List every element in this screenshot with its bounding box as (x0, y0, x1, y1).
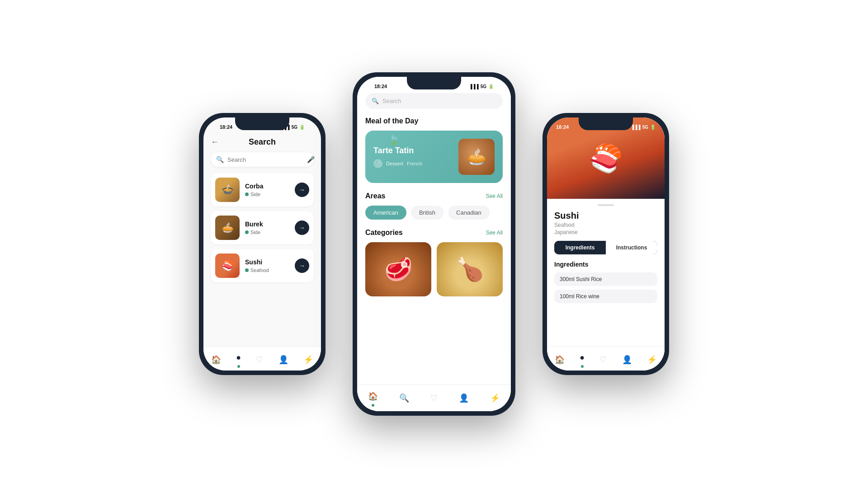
categories-header: Categories See All (365, 229, 503, 237)
food-image-sushi: 🍣 (215, 253, 240, 278)
search-icon: 🔍 (372, 98, 379, 104)
area-chip-british[interactable]: British (411, 206, 443, 220)
tab-instructions[interactable]: Instructions (606, 241, 657, 254)
microphone-icon[interactable]: 🎤 (307, 156, 315, 163)
phone-notch (407, 77, 461, 89)
status-time: 18:24 (374, 84, 387, 89)
meal-name: Tarte Tatin (373, 146, 453, 155)
tag-dot (245, 268, 249, 272)
bottom-navigation: 🏠 ● ♡ 👤 ⚡ (203, 346, 321, 371)
areas-see-all[interactable]: See All (486, 193, 503, 199)
meal-image: 🥧 (458, 139, 495, 175)
food-list: 🍲 Corba Side → 🥧 Burek (211, 173, 314, 282)
status-time: 18:24 (220, 124, 232, 130)
phone-home-screen: 18:24 ▐▐▐ 5G 🔋 🔍 Search Meal of the Day … (353, 72, 515, 416)
ingredients-section-title: Ingredients (554, 261, 657, 268)
areas-row: American British Canadian (365, 206, 503, 220)
meal-of-day-card[interactable]: 🍃 Tarte Tatin 🍴 Dessert French 🥧 (365, 131, 503, 183)
food-name: Burek (245, 221, 289, 228)
nav-search-icon[interactable]: 🔍 (397, 391, 411, 405)
search-header: ← Search (211, 134, 314, 152)
nav-settings-icon[interactable]: ⚡ (645, 353, 659, 366)
food-tag: Side (245, 230, 289, 235)
nav-settings-icon[interactable]: ⚡ (488, 391, 502, 405)
food-tag: Side (245, 192, 289, 197)
food-image-corba: 🍲 (215, 178, 240, 202)
tab-ingredients[interactable]: Ingredients (554, 241, 606, 254)
phone-notch (579, 117, 633, 130)
meal-category-label: Dessert (386, 161, 403, 166)
food-info-burek: Burek Side (245, 221, 289, 235)
go-button[interactable]: → (295, 221, 309, 235)
meal-text: Tarte Tatin 🍴 Dessert French (373, 146, 453, 168)
tag-dot (245, 192, 249, 196)
nav-favorites-icon[interactable]: ♡ (598, 353, 609, 366)
chicken-image: 🍗 (437, 242, 503, 296)
signal-bars-icon: ▐▐▐ (469, 84, 478, 89)
search-bar[interactable]: 🔍 Search (365, 93, 503, 109)
list-item: 🍣 Sushi Seafood → (211, 249, 314, 282)
food-tag: Seafood (245, 267, 289, 273)
network-type: 5G (642, 125, 648, 130)
bottom-navigation: 🏠 ● ♡ 👤 ⚡ (547, 346, 665, 371)
network-type: 5G (292, 125, 297, 130)
status-time: 18:24 (556, 124, 569, 130)
nav-search-icon: ● (578, 351, 586, 364)
nav-profile-icon[interactable]: 👤 (620, 353, 634, 366)
battery-icon: 🔋 (488, 84, 494, 89)
nav-profile-icon[interactable]: 👤 (457, 391, 471, 405)
go-button[interactable]: → (295, 183, 309, 197)
ingredient-item: 100ml Rice wine (554, 290, 657, 303)
food-name: Sushi (245, 258, 289, 266)
battery-icon: 🔋 (650, 125, 656, 130)
nav-search-item[interactable]: ● (234, 351, 243, 368)
area-chip-canadian[interactable]: Canadian (448, 206, 490, 220)
tag-label: Side (250, 192, 260, 197)
drag-handle[interactable] (598, 204, 614, 206)
area-chip-american[interactable]: American (365, 206, 406, 220)
search-bar[interactable]: 🔍 🎤 (211, 152, 314, 167)
nav-search-icon: ● (234, 351, 243, 364)
dish-origin: Japanese (554, 229, 657, 235)
nav-settings-icon[interactable]: ⚡ (302, 353, 315, 366)
nav-profile-icon[interactable]: 👤 (277, 353, 290, 366)
tag-label: Seafood (250, 267, 269, 273)
list-item: 🥧 Burek Side → (211, 211, 314, 244)
nav-search-item[interactable]: ● (578, 351, 586, 368)
meal-category-icon: 🍴 (373, 159, 382, 168)
food-image-burek: 🥧 (215, 216, 240, 240)
back-button[interactable]: ← (211, 137, 219, 147)
areas-title: Areas (365, 192, 385, 200)
signal-bars-icon: ▐▐▐ (631, 125, 640, 130)
battery-icon: 🔋 (299, 125, 305, 130)
search-placeholder-text: Search (382, 98, 401, 104)
meal-of-day-header: Meal of the Day (365, 117, 503, 125)
phone-notch (235, 117, 289, 130)
search-icon: 🔍 (216, 156, 224, 163)
categories-see-all[interactable]: See All (486, 230, 503, 236)
nav-home-icon[interactable]: 🏠 (553, 353, 566, 366)
tag-label: Side (250, 230, 260, 235)
tag-dot (245, 230, 249, 234)
food-info-corba: Corba Side (245, 183, 289, 197)
meal-of-day-title: Meal of the Day (365, 117, 418, 125)
go-button[interactable]: → (295, 258, 309, 273)
detail-body: Sushi Seafood Japanese Ingredients Instr… (547, 199, 665, 312)
areas-header: Areas See All (365, 192, 503, 200)
beef-image: 🥩 (365, 242, 431, 296)
nav-home-icon[interactable]: 🏠 (209, 353, 223, 366)
meal-meta: 🍴 Dessert French (373, 159, 453, 168)
search-input[interactable] (227, 156, 303, 163)
food-info-sushi: Sushi Seafood (245, 258, 289, 273)
network-type: 5G (481, 84, 486, 89)
category-card-chicken[interactable]: 🍗 (437, 242, 503, 296)
nav-active-indicator (372, 404, 374, 407)
food-name: Corba (245, 183, 289, 190)
nav-favorites-icon[interactable]: ♡ (254, 353, 265, 366)
nav-home-item[interactable]: 🏠 (366, 389, 380, 407)
dish-category: Seafood (554, 222, 657, 228)
category-card-beef[interactable]: 🥩 (365, 242, 431, 296)
nav-favorites-icon[interactable]: ♡ (429, 391, 439, 405)
phone-detail-screen: 18:24 ▐▐▐ 5G 🔋 🍣 Sushi Seafood Japanese … (542, 113, 669, 375)
meal-origin-label: French (407, 161, 422, 166)
